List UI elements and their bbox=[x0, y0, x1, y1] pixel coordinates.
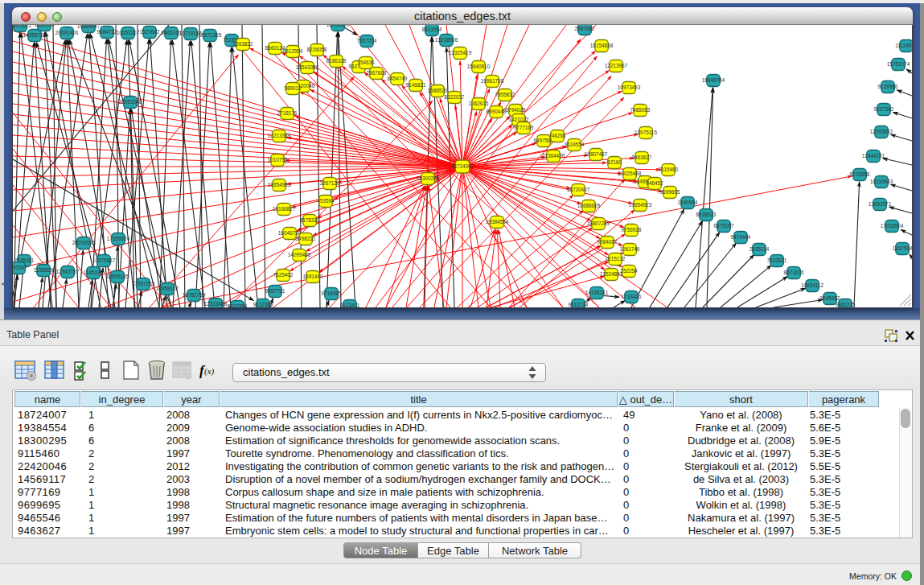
svg-text:9146821: 9146821 bbox=[406, 82, 426, 88]
svg-text:9699695: 9699695 bbox=[660, 189, 680, 195]
svg-text:20691406: 20691406 bbox=[55, 30, 79, 35]
svg-text:2967608: 2967608 bbox=[367, 70, 387, 76]
svg-text:8226058: 8226058 bbox=[307, 47, 327, 52]
svg-text:(x): (x) bbox=[204, 366, 215, 377]
svg-text:8938923: 8938923 bbox=[696, 212, 717, 217]
svg-text:8454749: 8454749 bbox=[388, 76, 408, 81]
svg-text:1362615: 1362615 bbox=[469, 101, 489, 106]
svg-text:1588520: 1588520 bbox=[428, 88, 448, 93]
svg-text:19166827: 19166827 bbox=[273, 206, 296, 212]
svg-text:14099488: 14099488 bbox=[288, 252, 311, 257]
svg-text:62160: 62160 bbox=[607, 159, 622, 165]
svg-text:21364436: 21364436 bbox=[542, 153, 565, 159]
svg-text:10807487: 10807487 bbox=[585, 151, 608, 157]
svg-text:9084067: 9084067 bbox=[598, 239, 618, 245]
svg-text:9474444: 9474444 bbox=[731, 234, 751, 240]
svg-text:2718176: 2718176 bbox=[277, 110, 298, 116]
svg-text:17957255: 17957255 bbox=[132, 281, 155, 286]
svg-text:19654983: 19654983 bbox=[268, 182, 291, 187]
svg-text:15751074: 15751074 bbox=[887, 61, 910, 67]
svg-text:1527602: 1527602 bbox=[140, 29, 160, 35]
svg-text:16671355: 16671355 bbox=[199, 32, 222, 38]
svg-text:13325419: 13325419 bbox=[449, 50, 472, 56]
svg-text:17016504: 17016504 bbox=[881, 223, 904, 229]
svg-text:19654923: 19654923 bbox=[629, 202, 652, 208]
svg-text:18300295: 18300295 bbox=[417, 175, 440, 181]
svg-text:2935114: 2935114 bbox=[749, 246, 770, 252]
svg-text:1167534: 1167534 bbox=[893, 245, 913, 251]
svg-text:453594: 453594 bbox=[317, 198, 335, 204]
svg-text:1615132: 1615132 bbox=[606, 256, 626, 262]
svg-text:10975887: 10975887 bbox=[92, 257, 116, 263]
svg-text:9115460: 9115460 bbox=[659, 167, 679, 172]
svg-text:1145194: 1145194 bbox=[84, 270, 104, 275]
svg-text:9612385: 9612385 bbox=[253, 302, 273, 307]
svg-text:12444191: 12444191 bbox=[862, 153, 885, 159]
svg-text:13692971: 13692971 bbox=[869, 201, 892, 207]
svg-text:16782759: 16782759 bbox=[183, 292, 206, 298]
svg-text:9777169: 9777169 bbox=[514, 125, 534, 130]
svg-text:7857224: 7857224 bbox=[357, 38, 377, 43]
svg-text:16648784: 16648784 bbox=[702, 77, 725, 83]
svg-text:6879197: 6879197 bbox=[714, 223, 734, 229]
svg-text:7955812: 7955812 bbox=[495, 92, 515, 97]
svg-text:7632621: 7632621 bbox=[767, 257, 787, 263]
svg-text:8471676: 8471676 bbox=[784, 270, 804, 275]
svg-text:20053346: 20053346 bbox=[119, 99, 142, 105]
svg-text:9463627: 9463627 bbox=[632, 154, 652, 160]
svg-text:17359924: 17359924 bbox=[107, 236, 130, 241]
svg-text:16543382: 16543382 bbox=[296, 64, 319, 70]
svg-text:10025488: 10025488 bbox=[618, 171, 642, 176]
svg-text:7485063: 7485063 bbox=[630, 107, 651, 113]
svg-text:8123411: 8123411 bbox=[340, 303, 360, 308]
svg-text:3624554: 3624554 bbox=[565, 142, 585, 147]
svg-text:9684712: 9684712 bbox=[97, 29, 117, 35]
svg-text:9457791: 9457791 bbox=[265, 288, 285, 294]
svg-text:9756928: 9756928 bbox=[622, 227, 642, 233]
svg-text:9129966: 9129966 bbox=[878, 84, 898, 89]
svg-text:1061746: 1061746 bbox=[620, 246, 640, 252]
svg-text:391547: 391547 bbox=[10, 265, 27, 270]
svg-text:252254: 252254 bbox=[620, 268, 638, 274]
svg-text:12323468: 12323468 bbox=[204, 301, 228, 307]
svg-text:16046738: 16046738 bbox=[278, 230, 302, 236]
svg-text:18807249: 18807249 bbox=[587, 220, 610, 226]
svg-text:14055724: 14055724 bbox=[23, 32, 47, 38]
svg-text:9612734: 9612734 bbox=[569, 302, 589, 307]
svg-text:8215958: 8215958 bbox=[850, 171, 870, 177]
svg-text:8912954: 8912954 bbox=[283, 48, 303, 54]
svg-text:989012: 989012 bbox=[284, 85, 302, 91]
svg-text:14136141: 14136141 bbox=[585, 290, 609, 295]
svg-text:10653267: 10653267 bbox=[117, 30, 140, 35]
svg-text:1010755: 1010755 bbox=[268, 157, 288, 163]
svg-text:946452: 946452 bbox=[646, 180, 663, 186]
svg-text:10973493: 10973493 bbox=[618, 84, 641, 90]
svg-text:13218506: 13218506 bbox=[435, 37, 458, 43]
svg-text:8322037: 8322037 bbox=[445, 94, 465, 100]
svg-text:16210643: 16210643 bbox=[870, 179, 893, 184]
svg-text:12905135: 12905135 bbox=[106, 274, 129, 279]
svg-text:12093832: 12093832 bbox=[870, 129, 893, 134]
svg-text:9362215: 9362215 bbox=[836, 302, 856, 307]
svg-text:8578330: 8578330 bbox=[300, 217, 320, 223]
svg-text:1640954: 1640954 bbox=[678, 200, 698, 205]
svg-text:154636: 154636 bbox=[357, 60, 375, 65]
svg-text:1691440: 1691440 bbox=[303, 274, 323, 279]
svg-text:12213389: 12213389 bbox=[268, 133, 291, 138]
svg-text:15720407: 15720407 bbox=[567, 187, 590, 192]
svg-text:11124938: 11124938 bbox=[895, 43, 918, 48]
svg-text:8990448: 8990448 bbox=[487, 109, 507, 114]
svg-text:13524851: 13524851 bbox=[600, 271, 623, 277]
svg-text:9245652: 9245652 bbox=[820, 295, 840, 301]
svg-text:10958107: 10958107 bbox=[156, 286, 179, 291]
svg-text:6794028: 6794028 bbox=[506, 107, 526, 113]
svg-text:1156829: 1156829 bbox=[34, 267, 54, 273]
svg-text:2587682: 2587682 bbox=[575, 26, 595, 31]
svg-text:3267130: 3267130 bbox=[320, 180, 340, 186]
svg-text:10688609: 10688609 bbox=[577, 203, 601, 208]
svg-text:12213967: 12213967 bbox=[605, 63, 628, 68]
svg-text:8813054: 8813054 bbox=[422, 27, 442, 32]
svg-text:9227342: 9227342 bbox=[874, 106, 894, 112]
svg-text:8812354: 8812354 bbox=[228, 303, 248, 309]
svg-text:15640910: 15640910 bbox=[467, 64, 491, 69]
